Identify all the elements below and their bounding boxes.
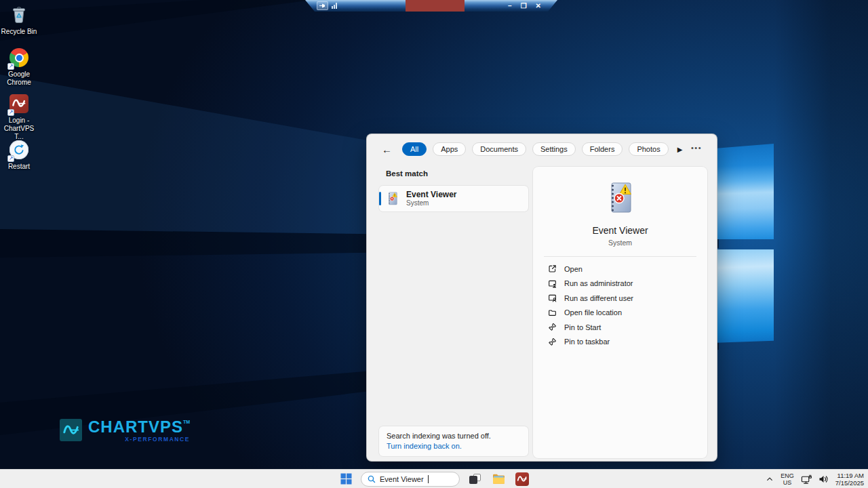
region-code: US (781, 479, 794, 486)
file-explorer-icon (492, 473, 505, 485)
more-tabs-arrow-icon[interactable]: ▶ (677, 146, 683, 153)
watermark-tagline: X-PERFORMANCE (88, 436, 190, 443)
shortcut-arrow-icon: ↗ (7, 109, 14, 116)
language-indicator[interactable]: ENG US (781, 472, 794, 487)
connection-signal-icon (332, 3, 337, 9)
chartvps-app-icon: ↗ (9, 94, 29, 115)
desktop-icon-google-chrome[interactable]: ↗ Google Chrome (0, 47, 38, 87)
chartvps-app-icon (515, 472, 529, 486)
result-subtitle: System (406, 199, 456, 207)
indexing-notice: Search indexing was turned off. Turn ind… (379, 426, 528, 456)
rdp-minimize-button[interactable]: – (508, 3, 512, 9)
action-open-file-location[interactable]: Open file location (548, 308, 707, 318)
tab-folders[interactable]: Folders (582, 142, 623, 156)
file-explorer-button[interactable] (490, 471, 507, 487)
wallpaper-shade (774, 0, 868, 488)
taskbar-search-input[interactable]: Event Viewer (361, 472, 460, 487)
desktop-icon-label: Google Chrome (0, 70, 38, 87)
windows-logo-icon (340, 473, 352, 485)
back-arrow-icon[interactable]: ← (382, 144, 392, 155)
indexing-notice-message: Search indexing was turned off. (387, 431, 521, 441)
task-view-button[interactable] (466, 471, 484, 487)
language-code: ENG (781, 472, 794, 479)
action-pin-to-start[interactable]: Pin to Start (548, 322, 707, 332)
tab-documents[interactable]: Documents (472, 142, 526, 156)
desktop-icon-label: Login - ChartVPS T... (0, 117, 38, 140)
desktop-icon-restart[interactable]: ↗ Restart (0, 140, 38, 171)
hidden-icons-chevron[interactable] (766, 475, 774, 483)
event-viewer-icon (385, 191, 400, 206)
desktop-icon-login-chartvps[interactable]: ↗ Login - ChartVPS T... (0, 94, 38, 140)
best-match-result[interactable]: Event Viewer System (379, 186, 528, 211)
divider (544, 256, 696, 257)
tab-all[interactable]: All (402, 142, 427, 156)
event-viewer-icon-large (603, 180, 638, 216)
action-pin-to-taskbar[interactable]: Pin to taskbar (548, 337, 707, 347)
action-label: Run as different user (564, 294, 633, 302)
search-icon (368, 475, 376, 483)
chartvps-watermark: CHARTVPSTM X-PERFORMANCE (60, 419, 190, 443)
search-flyout-panel: ← All Apps Documents Settings Folders Ph… (366, 134, 717, 462)
time-text: 11:19 AM (835, 472, 864, 479)
recycle-bin-icon (9, 5, 29, 26)
selection-accent-bar (379, 192, 381, 205)
watermark-brand-text: CHARTVPS (88, 418, 183, 436)
chartvps-app-button[interactable] (513, 471, 531, 487)
watermark-tm: TM (183, 420, 190, 424)
open-icon (548, 264, 557, 273)
rdp-connection-bar: – ❐ ✕ (305, 0, 557, 12)
pushpin-icon (319, 3, 326, 9)
start-button[interactable] (337, 471, 355, 487)
run-as-different-user-icon (548, 293, 557, 302)
desktop-screen: CHARTVPSTM X-PERFORMANCE Recycle Bin ↗ G… (0, 0, 868, 488)
rdp-close-button[interactable]: ✕ (536, 3, 541, 9)
restart-icon: ↗ (9, 140, 29, 161)
pin-icon (548, 323, 557, 331)
desktop-icon-label: Recycle Bin (0, 28, 38, 36)
text-cursor (428, 475, 429, 483)
search-input-value: Event Viewer (380, 475, 424, 483)
shortcut-arrow-icon: ↗ (7, 63, 14, 70)
task-view-icon (469, 474, 481, 484)
action-label: Pin to Start (564, 323, 601, 331)
action-label: Run as administrator (564, 279, 633, 287)
chrome-icon: ↗ (9, 48, 29, 68)
tab-settings[interactable]: Settings (532, 142, 576, 156)
clock[interactable]: 11:19 AM 7/15/2025 (835, 472, 864, 487)
action-label: Open (564, 265, 583, 273)
preview-subtitle: System (533, 239, 707, 247)
action-run-as-different-user[interactable]: Run as different user (548, 293, 707, 303)
result-title: Event Viewer (406, 190, 456, 199)
search-filter-tabs: ← All Apps Documents Settings Folders Ph… (382, 142, 682, 156)
date-text: 7/15/2025 (835, 479, 864, 487)
taskbar: Event Viewer (0, 469, 868, 488)
best-match-heading: Best match (386, 169, 428, 178)
panel-options-ellipsis[interactable]: ••• (691, 144, 702, 152)
turn-indexing-on-link[interactable]: Turn indexing back on. (387, 441, 521, 451)
desktop-icon-recycle-bin[interactable]: Recycle Bin (0, 5, 38, 36)
tab-apps[interactable]: Apps (433, 142, 466, 156)
rdp-pin-button[interactable] (317, 1, 328, 10)
network-icon[interactable] (801, 474, 812, 485)
action-label: Open file location (564, 308, 622, 317)
preview-title: Event Viewer (533, 225, 707, 236)
redaction-overlay (406, 0, 465, 12)
rdp-restore-button[interactable]: ❐ (521, 3, 527, 9)
run-as-admin-icon (548, 279, 557, 288)
action-run-as-administrator[interactable]: Run as administrator (548, 279, 707, 289)
system-tray: ENG US 11:19 AM 7/15/2025 (766, 470, 864, 488)
shortcut-arrow-icon: ↗ (7, 155, 14, 162)
folder-icon (548, 308, 557, 317)
action-label: Pin to taskbar (564, 338, 610, 346)
tab-photos[interactable]: Photos (629, 142, 668, 156)
action-open[interactable]: Open (548, 264, 707, 274)
desktop-icon-label: Restart (0, 163, 38, 171)
chartvps-logo-icon (60, 419, 82, 441)
result-preview-pane: Event Viewer System Open (533, 167, 707, 458)
speaker-icon[interactable] (818, 474, 829, 484)
pin-icon (548, 338, 557, 346)
